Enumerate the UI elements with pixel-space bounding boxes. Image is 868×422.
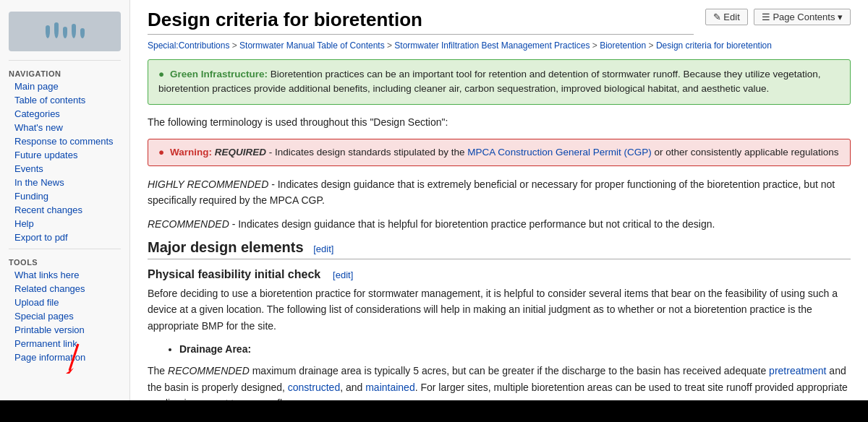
physical-feasibility-heading: Physical feasibility initial check [edit… [148,268,851,281]
terminology-intro: The following terminology is used throug… [148,115,851,130]
breadcrumb-link-4[interactable]: Design criteria for bioretention [656,40,772,51]
drainage-recommended: RECOMMENDED [168,365,250,376]
highly-recommended-italic: HIGHLY RECOMMENDED [148,178,268,190]
sidebar-item-response-to-comments[interactable]: Response to comments [0,134,129,148]
sidebar-item-categories[interactable]: Categories [0,107,129,121]
drainage-text1: The [148,365,168,376]
maintained-link[interactable]: maintained [365,382,415,393]
content-area: Design criteria for bioretention ✎ Edit … [130,0,868,400]
edit-button[interactable]: ✎ Edit [705,9,748,25]
sidebar-item-page-information[interactable]: Page information [0,350,129,364]
physical-feasibility-heading-text: Physical feasibility initial check [148,268,320,280]
sidebar-item-table-of-contents[interactable]: Table of contents [0,93,129,107]
sidebar-item-export-to-pdf[interactable]: Export to pdf [0,231,129,244]
breadcrumb-link-1[interactable]: Stormwater Manual Table of Contents [239,40,385,51]
warning-label: Warning: [170,147,212,158]
physical-feasibility-intro: Before deciding to use a bioretention pr… [148,285,851,334]
major-design-heading-text: Major design elements [148,239,304,255]
recommended-rest: - Indicates design guidance that is help… [229,218,715,230]
required-text: REQUIRED [212,147,266,158]
highly-recommended-text: HIGHLY RECOMMENDED - Indicates design gu… [148,176,851,209]
sidebar-item-main-page[interactable]: Main page [0,79,129,93]
sidebar-item-future-updates[interactable]: Future updates [0,148,129,162]
red-box-text2: or other consistently applicable regulat… [652,147,839,158]
sidebar-item-help[interactable]: Help [0,217,129,231]
recommended-italic: RECOMMENDED [148,218,229,230]
mpca-link[interactable]: MPCA Construction General Permit (CGP) [467,147,651,158]
bottom-bar [0,400,868,422]
sidebar-item-special-pages[interactable]: Special pages [0,309,129,323]
sidebar: NAVIGATION Main page Table of contents C… [0,0,130,400]
header-buttons: ✎ Edit ☰ Page Contents ▾ [705,9,851,25]
sidebar-item-printable-version[interactable]: Printable version [0,323,129,337]
red-box-text1: - Indicates design standards stipulated … [266,147,467,158]
tools-section-label: TOOLS [0,254,129,268]
green-box-label: Green Infrastructure: [170,69,268,79]
drainage-text2: maximum drainage area is typically 5 acr… [250,365,769,376]
green-circle-icon: ● [158,69,164,79]
page-contents-button[interactable]: ☰ Page Contents ▾ [754,9,851,25]
page-header: Design criteria for bioretention ✎ Edit … [148,9,851,35]
breadcrumb-link-0[interactable]: Special:Contributions [148,40,229,51]
sidebar-item-recent-changes[interactable]: Recent changes [0,203,129,217]
green-infrastructure-box: ● Green Infrastructure: Bioretention pra… [148,59,851,105]
breadcrumb-link-3[interactable]: Bioretention [600,40,646,51]
sidebar-item-events[interactable]: Events [0,162,129,176]
breadcrumb: Special:Contributions > Stormwater Manua… [148,40,851,51]
drainage-area-label: Drainage Area: [179,343,251,355]
sidebar-item-in-the-news[interactable]: In the News [0,176,129,189]
drainage-area-text: The RECOMMENDED maximum drainage area is… [148,363,851,400]
sidebar-item-related-changes[interactable]: Related changes [0,282,129,296]
sidebar-item-permanent-link[interactable]: Permanent link [0,337,129,350]
recommended-text: RECOMMENDED - Indicates design guidance … [148,216,851,232]
physical-feasibility-edit-link[interactable]: [edit] [333,270,353,280]
constructed-link[interactable]: constructed [288,382,340,393]
sidebar-item-whats-new[interactable]: What's new [0,121,129,134]
major-design-heading: Major design elements [edit] [148,239,851,259]
page-title: Design criteria for bioretention [148,9,694,35]
drainage-area-item: Drainage Area: [179,341,851,357]
pretreatment-link[interactable]: pretreatment [769,365,826,376]
drainage-text4: , and [340,382,365,393]
warning-circle-icon: ● [158,147,164,158]
warning-box: ● Warning: REQUIRED - Indicates design s… [148,139,851,166]
sidebar-item-what-links-here[interactable]: What links here [0,268,129,282]
major-design-edit-link[interactable]: [edit] [313,244,333,254]
nav-section-label: NAVIGATION [0,65,129,79]
sidebar-item-upload-file[interactable]: Upload file [0,296,129,309]
breadcrumb-link-2[interactable]: Stormwater Infiltration Best Management … [394,40,590,51]
sidebar-item-funding[interactable]: Funding [0,189,129,203]
